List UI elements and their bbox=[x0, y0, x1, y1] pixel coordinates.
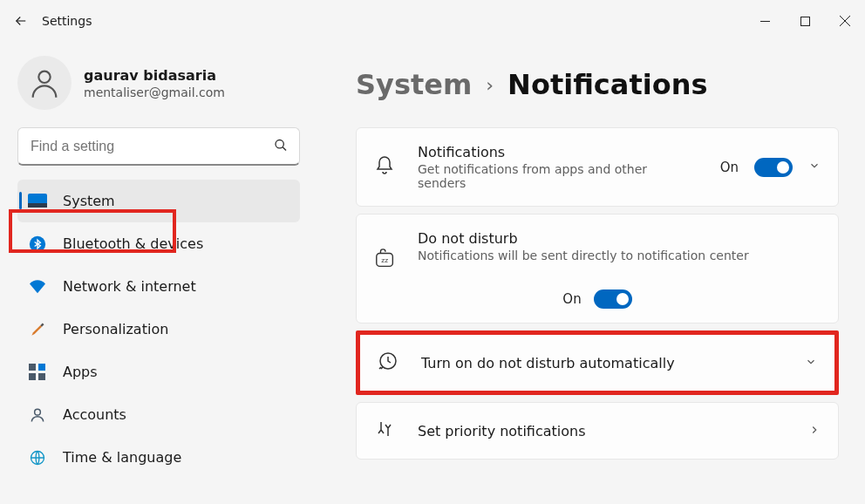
clock-icon bbox=[378, 351, 402, 375]
svg-rect-10 bbox=[29, 364, 36, 371]
search-input[interactable] bbox=[17, 127, 300, 166]
svg-point-5 bbox=[276, 140, 283, 148]
svg-rect-1 bbox=[800, 17, 809, 25]
breadcrumb-current: Notifications bbox=[507, 68, 707, 101]
card-title: Do not disturb bbox=[418, 230, 821, 247]
sidebar-item-label: Accounts bbox=[63, 406, 126, 423]
svg-text:zz: zz bbox=[381, 256, 388, 264]
sidebar-item-apps[interactable]: Apps bbox=[17, 351, 300, 393]
sidebar-item-bluetooth[interactable]: Bluetooth & devices bbox=[17, 222, 300, 265]
sidebar: gaurav bidasaria mentaliser@gmail.com Sy… bbox=[0, 42, 314, 504]
sidebar-item-personalization[interactable]: Personalization bbox=[17, 308, 300, 351]
svg-rect-8 bbox=[28, 203, 47, 208]
svg-point-4 bbox=[38, 72, 50, 83]
profile-email: mentaliser@gmail.com bbox=[84, 85, 225, 99]
apps-icon bbox=[28, 363, 47, 382]
svg-line-6 bbox=[283, 147, 286, 151]
sidebar-item-system[interactable]: System bbox=[17, 180, 300, 222]
chevron-right-icon[interactable] bbox=[808, 424, 821, 439]
priority-icon bbox=[374, 419, 398, 443]
dnd-icon: zz bbox=[374, 248, 398, 274]
sidebar-item-accounts[interactable]: Accounts bbox=[17, 393, 300, 436]
settings-card-priority[interactable]: Set priority notifications bbox=[356, 402, 839, 460]
card-title: Set priority notifications bbox=[418, 423, 808, 439]
sidebar-item-network[interactable]: Network & internet bbox=[17, 265, 300, 308]
sidebar-item-label: Network & internet bbox=[63, 278, 196, 295]
dnd-toggle[interactable] bbox=[594, 289, 632, 309]
card-subtitle: Notifications will be sent directly to n… bbox=[418, 249, 821, 262]
sidebar-item-label: Time & language bbox=[63, 449, 181, 466]
search-box[interactable] bbox=[17, 127, 300, 166]
avatar bbox=[17, 56, 72, 110]
sidebar-item-label: Personalization bbox=[63, 321, 168, 337]
settings-card-dnd-auto[interactable]: Turn on do not disturb automatically bbox=[356, 330, 839, 395]
svg-rect-12 bbox=[29, 373, 36, 380]
arrow-left-icon bbox=[13, 13, 29, 29]
close-button[interactable] bbox=[825, 7, 865, 35]
notifications-toggle[interactable] bbox=[754, 158, 793, 177]
app-title: Settings bbox=[42, 14, 92, 28]
sidebar-item-label: System bbox=[63, 193, 115, 209]
toggle-label: On bbox=[720, 160, 739, 175]
paintbrush-icon bbox=[28, 320, 47, 339]
nav-list: System Bluetooth & devices Network & int… bbox=[17, 180, 300, 479]
chevron-down-icon[interactable] bbox=[808, 160, 821, 174]
maximize-icon bbox=[800, 17, 810, 26]
svg-rect-13 bbox=[38, 373, 45, 380]
bluetooth-icon bbox=[28, 235, 47, 254]
settings-card-dnd[interactable]: zz Do not disturb Notifications will be … bbox=[356, 214, 839, 324]
accounts-icon bbox=[28, 405, 47, 425]
toggle-label: On bbox=[562, 291, 581, 307]
card-subtitle: Get notifications from apps and other se… bbox=[418, 162, 679, 190]
minimize-button[interactable] bbox=[745, 7, 785, 35]
svg-rect-11 bbox=[38, 364, 45, 371]
breadcrumb-parent[interactable]: System bbox=[356, 68, 472, 101]
profile-section[interactable]: gaurav bidasaria mentaliser@gmail.com bbox=[17, 52, 300, 127]
close-icon bbox=[840, 16, 850, 26]
maximize-button[interactable] bbox=[785, 7, 825, 35]
minimize-icon bbox=[760, 17, 770, 26]
title-bar: Settings bbox=[0, 0, 865, 42]
svg-point-14 bbox=[35, 409, 41, 415]
breadcrumb: System › Notifications bbox=[356, 68, 839, 101]
person-icon bbox=[27, 65, 62, 100]
settings-card-notifications[interactable]: Notifications Get notifications from app… bbox=[356, 127, 839, 207]
bell-icon bbox=[374, 155, 398, 180]
system-icon bbox=[28, 192, 47, 211]
chevron-right-icon: › bbox=[486, 74, 494, 96]
sidebar-item-label: Apps bbox=[63, 364, 98, 380]
card-title: Turn on do not disturb automatically bbox=[421, 355, 805, 371]
back-button[interactable] bbox=[0, 0, 42, 42]
sidebar-item-time-language[interactable]: Time & language bbox=[17, 436, 300, 479]
globe-icon bbox=[28, 448, 47, 467]
chevron-down-icon[interactable] bbox=[805, 356, 817, 371]
profile-name: gaurav bidasaria bbox=[84, 67, 225, 84]
search-icon bbox=[274, 139, 288, 155]
wifi-icon bbox=[28, 277, 47, 296]
main-content: System › Notifications Notifications Get… bbox=[314, 42, 865, 504]
card-title: Notifications bbox=[418, 144, 720, 160]
sidebar-item-label: Bluetooth & devices bbox=[63, 235, 203, 252]
